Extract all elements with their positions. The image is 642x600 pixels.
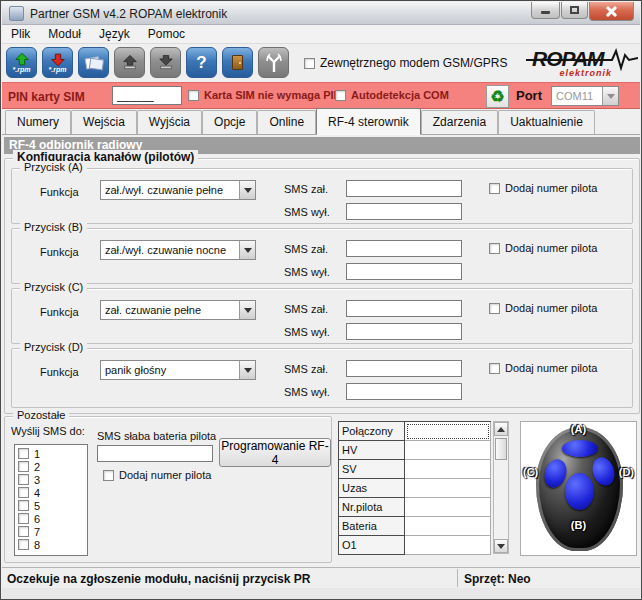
tab-rf4-sterownik[interactable]: RF-4 sterownik [316,108,421,135]
checkbox-icon [18,448,29,459]
table-row: Połączony [339,422,491,441]
checkbox-icon [18,487,29,498]
menu-modul[interactable]: Moduł [39,25,90,43]
scroll-up-button[interactable] [494,422,508,436]
list-item[interactable]: 6 [18,512,84,525]
channel-c-sms-off-input[interactable] [346,323,462,340]
save-rpm-label: *.rpm [49,66,67,73]
list-item[interactable]: 3 [18,473,84,486]
write-module-button [114,47,145,78]
checkbox-icon [18,526,29,537]
no-pin-checkbox[interactable]: Karta SIM nie wymaga PIN [188,89,342,101]
channel-a-add-pilot-checkbox[interactable]: Dodaj numer pilota [489,182,597,194]
maximize-button[interactable] [561,2,588,19]
list-item-label: 1 [34,448,40,460]
port-select[interactable]: COM11 [551,86,619,106]
low-battery-sms-input[interactable] [97,445,213,462]
pozostale-add-pilot-checkbox[interactable]: Dodaj numer pilota [103,469,211,481]
list-item[interactable]: 8 [18,538,84,551]
row-value [405,479,491,498]
scroll-down-button[interactable] [494,539,508,553]
tab-wyjscia[interactable]: Wyjścia [137,110,202,134]
sms-on-label: SMS zał. [284,243,328,255]
channel-d-add-pilot-checkbox[interactable]: Dodaj numer pilota [489,362,597,374]
menu-pomoc[interactable]: Pomoc [139,25,194,43]
list-item-label: 7 [34,526,40,538]
channel-d-sms-off-input[interactable] [346,383,462,400]
sms-on-label: SMS zał. [284,303,328,315]
channel-d-function-select[interactable]: panik głośny [100,360,256,380]
list-item[interactable]: 5 [18,499,84,512]
chevron-down-icon [239,361,255,379]
status-divider [457,569,458,587]
autodetect-com-checkbox[interactable]: Autodetekcja COM [335,89,449,101]
help-button[interactable]: ? [186,47,217,78]
low-battery-label: SMS słaba bateria pilota [97,430,216,442]
title-bar: Partner GSM v4.2 ROPAM elektronik [2,2,640,25]
minimize-button[interactable] [531,2,560,19]
gray-up-arrow-icon [122,55,138,70]
keyfob-image: (A) (C) (D) (B) [520,421,637,556]
row-value [405,536,491,555]
tab-opcje[interactable]: Opcje [202,110,257,134]
external-modem-checkbox[interactable]: Zewnętrznego modem GSM/GPRS [304,56,507,70]
channel-b-sms-off-input[interactable] [346,263,462,280]
list-item[interactable]: 7 [18,525,84,538]
channel-c-add-pilot-checkbox[interactable]: Dodaj numer pilota [489,302,597,314]
menu-jezyk[interactable]: Język [90,25,139,43]
row-label: SV [339,460,405,479]
channel-c-function-select[interactable]: zał. czuwanie pełne [100,300,256,320]
open-rpm-label: *.rpm [13,66,31,73]
pin-input[interactable] [112,86,182,105]
tab-wejscia[interactable]: Wejścia [71,110,137,134]
program-rf4-button[interactable]: Programowanie RF-4 [219,438,331,467]
channel-a-sms-on-input[interactable] [346,180,462,197]
tab-zdarzenia[interactable]: Zdarzenia [421,110,498,134]
row-label: Uzas [339,479,405,498]
scrollbar-thumb[interactable] [495,438,507,460]
channel-a-sms-off-input[interactable] [346,203,462,220]
tab-online[interactable]: Online [257,110,316,134]
checkbox-icon [489,243,500,254]
channel-b-add-pilot-checkbox[interactable]: Dodaj numer pilota [489,242,597,254]
close-icon [606,6,617,17]
keyfob-label-c: (C) [523,466,538,478]
channel-b-sms-on-input[interactable] [346,240,462,257]
add-pilot-label: Dodaj numer pilota [505,242,597,254]
save-rpm-button[interactable]: *.rpm [42,47,73,78]
table-row: Uzas [339,479,491,498]
channel-a-title: Przycisk (A) [20,161,87,173]
list-item[interactable]: 4 [18,486,84,499]
documents-button[interactable] [78,47,109,78]
tab-bar: Numery Wejścia Wyjścia Opcje Online RF-4… [2,109,640,135]
ropam-logo: ROPAM elektronik [526,46,638,79]
sms-target-list[interactable]: 1 2 3 4 5 6 7 8 [14,444,88,556]
funkcja-label: Funkcja [40,366,79,378]
menu-plik[interactable]: Plik [2,25,39,43]
keyfob-button-a-icon [562,440,598,457]
refresh-ports-button[interactable]: ♻ [486,85,509,108]
table-scrollbar[interactable] [493,421,509,554]
tab-numery[interactable]: Numery [5,110,71,134]
window-title: Partner GSM v4.2 ROPAM elektronik [30,7,227,21]
green-up-arrow-icon [14,53,30,66]
channel-a-groupbox: Przycisk (A) Funkcja zał./wył. czuwanie … [11,168,633,224]
tab-uaktualnienie[interactable]: Uaktualnienie [498,110,595,134]
sms-off-label: SMS wył. [284,266,330,278]
checkbox-icon [18,461,29,472]
list-item[interactable]: 2 [18,460,84,473]
open-rpm-button[interactable]: *.rpm [6,47,37,78]
checkbox-icon [489,363,500,374]
close-button[interactable] [589,2,634,21]
channel-d-groupbox: Przycisk (D) Funkcja panik głośny SMS za… [11,348,633,408]
row-label: HV [339,441,405,460]
checkbox-icon [18,474,29,485]
channel-b-function-select[interactable]: zał./wył. czuwanie nocne [100,240,256,260]
funkcja-label: Funkcja [40,306,79,318]
channel-c-sms-on-input[interactable] [346,300,462,317]
list-item[interactable]: 1 [18,447,84,460]
channel-a-function-select[interactable]: zał./wył. czuwanie pełne [100,180,256,200]
channel-d-sms-on-input[interactable] [346,360,462,377]
exit-button[interactable] [222,47,253,78]
hardware-status: Sprzęt: Neo [464,572,531,586]
